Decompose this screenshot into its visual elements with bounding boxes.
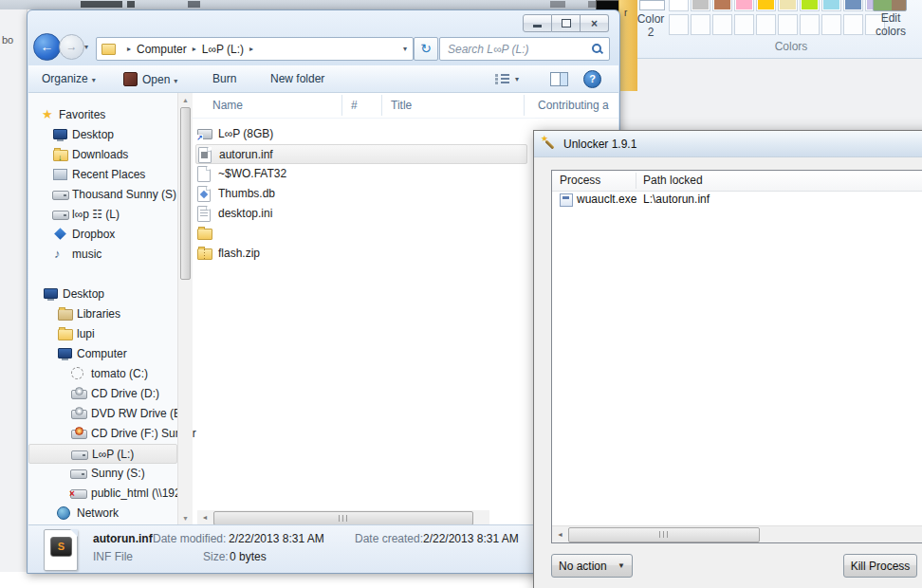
paint-palette-empty-row bbox=[669, 14, 885, 35]
column-separator[interactable] bbox=[524, 95, 525, 116]
background-window-fragment-top bbox=[0, 0, 618, 9]
process-row[interactable]: wuauclt.exe L:\autorun.inf bbox=[552, 191, 922, 209]
details-modified-label: Date modified: bbox=[153, 532, 226, 545]
file-name: desktop.ini bbox=[218, 204, 272, 223]
explorer-window: × ← → ▾ ▸ Computer ▸ L∞P (L:) ▸ ▾ ↻ Sear… bbox=[27, 9, 620, 574]
preview-pane-icon[interactable] bbox=[550, 72, 568, 86]
back-button[interactable]: ← bbox=[33, 33, 61, 61]
sidebar-label: Thousand Sunny (S) bbox=[72, 185, 176, 204]
scroll-up-icon[interactable]: ▲ bbox=[178, 93, 193, 107]
column-separator[interactable] bbox=[381, 95, 382, 116]
open-label: Open bbox=[142, 73, 170, 86]
action-dropdown[interactable]: No action ▼ bbox=[551, 554, 633, 578]
help-icon[interactable]: ? bbox=[583, 70, 601, 88]
page-fold-icon bbox=[70, 529, 78, 537]
palette-empty-slot[interactable] bbox=[821, 14, 841, 35]
search-input[interactable]: Search L∞P (L:) bbox=[439, 37, 610, 61]
palette-empty-slot[interactable] bbox=[734, 14, 754, 35]
process-list-horizontal-scrollbar[interactable]: ◄ bbox=[552, 525, 922, 542]
burn-button[interactable]: Burn bbox=[212, 72, 236, 85]
address-bar[interactable]: ▸ Computer ▸ L∞P (L:) ▸ ▾ bbox=[96, 37, 414, 61]
palette-swatch[interactable] bbox=[843, 0, 863, 11]
scroll-down-icon[interactable]: ▼ bbox=[178, 511, 193, 525]
unlocker-title: Unlocker 1.9.1 bbox=[563, 138, 636, 151]
restore-button[interactable] bbox=[552, 14, 581, 32]
details-size-label: Size: bbox=[203, 550, 229, 563]
paint-color2-label-line2: 2 bbox=[628, 26, 673, 39]
kill-process-button[interactable]: Kill Process bbox=[843, 554, 917, 578]
sidebar-scrollbar[interactable]: ▲ ▼ bbox=[177, 93, 193, 525]
palette-swatch[interactable] bbox=[712, 0, 732, 11]
libraries-icon bbox=[58, 309, 73, 321]
address-dropdown-chevron-icon[interactable]: ▾ bbox=[403, 45, 407, 53]
file-list-horizontal-scrollbar[interactable]: ◄ bbox=[197, 510, 489, 525]
paint-color2-swatch[interactable] bbox=[639, 0, 665, 10]
open-button[interactable]: Open▾ bbox=[123, 72, 177, 86]
palette-swatch[interactable] bbox=[691, 0, 710, 11]
edit-colors-button[interactable]: Edit colors bbox=[863, 11, 918, 38]
palette-swatch[interactable] bbox=[734, 0, 754, 11]
details-file-type: INF File bbox=[93, 550, 133, 563]
breadcrumb-arrow-icon: ▸ bbox=[249, 45, 253, 53]
new-folder-button[interactable]: New folder bbox=[270, 72, 324, 85]
history-chevron-icon[interactable]: ▾ bbox=[84, 43, 88, 51]
column-header-process[interactable]: Process bbox=[560, 174, 600, 187]
palette-swatch[interactable] bbox=[669, 0, 689, 11]
refresh-button[interactable]: ↻ bbox=[414, 37, 438, 61]
network-drive-icon bbox=[70, 489, 87, 499]
process-name: wuauclt.exe bbox=[577, 191, 636, 209]
change-view-icon[interactable] bbox=[495, 73, 509, 84]
scrollbar-thumb[interactable] bbox=[180, 107, 191, 280]
sidebar-item-loop-l-selected[interactable]: L∞P (L:) bbox=[28, 444, 177, 464]
palette-empty-slot[interactable] bbox=[843, 14, 863, 35]
window-controls: × bbox=[523, 14, 609, 32]
palette-swatch[interactable] bbox=[821, 0, 841, 11]
column-header-contributing[interactable]: Contributing a bbox=[538, 99, 609, 112]
column-separator[interactable] bbox=[636, 173, 636, 189]
breadcrumb-arrow-icon: ▸ bbox=[127, 45, 131, 53]
scroll-left-icon[interactable]: ◄ bbox=[197, 510, 212, 525]
unlocker-title-bar[interactable]: Unlocker 1.9.1 bbox=[534, 131, 922, 157]
palette-empty-slot[interactable] bbox=[800, 14, 820, 35]
column-header-title[interactable]: Title bbox=[391, 99, 412, 112]
folder-icon bbox=[197, 229, 212, 240]
inf-file-large-icon: S bbox=[44, 529, 78, 571]
breadcrumb-drive[interactable]: L∞P (L:) bbox=[202, 43, 244, 56]
locked-path: L:\autorun.inf bbox=[643, 191, 710, 209]
palette-empty-slot[interactable] bbox=[712, 14, 732, 35]
sidebar-label: Downloads bbox=[72, 145, 128, 164]
palette-swatch[interactable] bbox=[800, 0, 820, 11]
palette-swatch[interactable] bbox=[756, 0, 776, 11]
file-row-autorun-inf-selected[interactable]: autorun.inf bbox=[195, 144, 527, 164]
thumbs-db-icon bbox=[197, 186, 211, 202]
magic-wand-icon bbox=[542, 137, 557, 152]
palette-empty-slot[interactable] bbox=[756, 14, 776, 35]
palette-empty-slot[interactable] bbox=[669, 14, 689, 35]
column-header-name[interactable]: Name bbox=[212, 99, 243, 112]
details-modified-value: 2/22/2013 8:31 AM bbox=[229, 532, 324, 545]
chevron-down-icon[interactable]: ▾ bbox=[515, 75, 519, 83]
close-button[interactable]: × bbox=[581, 14, 609, 32]
scrollbar-thumb[interactable] bbox=[568, 527, 760, 542]
palette-swatch[interactable] bbox=[778, 0, 798, 11]
breadcrumb-computer[interactable]: Computer bbox=[137, 43, 187, 56]
scroll-left-icon[interactable]: ◄ bbox=[552, 526, 568, 542]
column-separator[interactable] bbox=[341, 95, 342, 116]
forward-button[interactable]: → bbox=[59, 34, 84, 60]
details-file-name: autorun.inf bbox=[93, 532, 153, 545]
navigation-pane: ★Favorites Desktop Downloads Recent Plac… bbox=[28, 93, 177, 525]
minimize-button[interactable] bbox=[523, 14, 552, 32]
column-header-path-locked[interactable]: Path locked bbox=[643, 174, 703, 187]
column-header-number[interactable]: # bbox=[351, 99, 358, 112]
sidebar-label: CD Drive (D:) bbox=[91, 384, 159, 403]
inf-file-icon bbox=[198, 147, 212, 163]
sidebar-label: Network bbox=[77, 504, 119, 523]
paint-color2-label[interactable]: Color 2 bbox=[628, 12, 673, 39]
search-icon[interactable] bbox=[591, 43, 603, 55]
scrollbar-thumb[interactable] bbox=[213, 511, 473, 525]
organize-button[interactable]: Organize▾ bbox=[42, 72, 96, 85]
palette-empty-slot[interactable] bbox=[778, 14, 798, 35]
palette-empty-slot[interactable] bbox=[691, 14, 710, 35]
details-created-label: Date created: bbox=[355, 532, 423, 545]
screen: bo r Color 2 Edit colo bbox=[0, 0, 922, 588]
